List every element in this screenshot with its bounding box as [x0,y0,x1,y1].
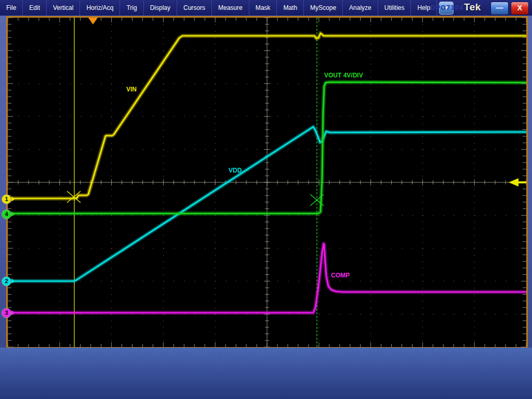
channel-1-reference-marker[interactable]: 1 [2,194,11,204]
trace-label-vdd: VDD [229,167,242,174]
channel-3-reference-marker[interactable]: 3 [2,308,11,318]
channel-1-reference-arrow [11,196,15,202]
menu-item-measure[interactable]: Measure [212,0,249,16]
trigger-position-marker[interactable] [88,18,98,24]
menu-item-math[interactable]: Math [277,0,304,16]
model-label: DPO7104 [430,4,463,11]
menu-item-analyze[interactable]: Analyze [343,0,378,16]
trace-label-comp: COMP [331,272,350,279]
close-button[interactable]: X [511,2,529,15]
trigger-level-arrow[interactable] [509,178,518,187]
menu-item-myscope[interactable]: MyScope [304,0,343,16]
trace-label-vin: VIN [126,86,137,93]
menu-item-display[interactable]: Display [144,0,177,16]
channel-2-reference-arrow [11,278,15,284]
menu-item-file[interactable]: File [0,0,23,16]
menu-item-edit[interactable]: Edit [23,0,47,16]
channel-3-reference-arrow [11,310,15,315]
tek-logo: Tek [464,2,481,13]
readout-bar: C1 200V/div 1MΩ BW:20.0M C2 4.0V/div 1MΩ… [0,348,532,399]
channel-4-reference-marker[interactable]: 4 [2,209,11,219]
menu-item-mask[interactable]: Mask [249,0,277,16]
channel-4-reference-arrow [11,211,15,217]
channel-2-reference-marker[interactable]: 2 [2,276,11,286]
menu-items: FileEditVerticalHoriz/AcqTrigDisplayCurs… [0,0,437,16]
graticule: VINVDDVOUT 4V/DIVCOMP [8,18,526,347]
oscilloscope-app: FileEditVerticalHoriz/AcqTrigDisplayCurs… [0,0,532,399]
waveform-display: VINVDDVOUT 4V/DIVCOMP 1423 [6,16,528,349]
menu-item-trig[interactable]: Trig [120,0,143,16]
menu-item-horiz-acq[interactable]: Horiz/Acq [80,0,120,16]
trace-label-vout: VOUT 4V/DIV [324,72,363,79]
menu-item-vertical[interactable]: Vertical [47,0,80,16]
minimize-button[interactable]: — [490,2,509,15]
menu-item-cursors[interactable]: Cursors [177,0,212,16]
menu-item-utilities[interactable]: Utilities [378,0,411,16]
